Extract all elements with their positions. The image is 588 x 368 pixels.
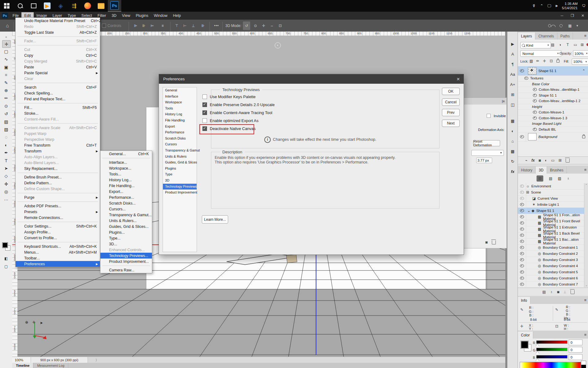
menu-item-clear[interactable]: Clear: [16, 76, 100, 82]
visibility-toggle[interactable]: [518, 183, 526, 189]
tab-color[interactable]: Color: [518, 332, 533, 339]
3d-lights-filter-icon[interactable]: ♁: [567, 176, 570, 181]
delete-3d-icon[interactable]: [571, 290, 575, 294]
menu-item-sky-replacement[interactable]: Sky Replacement...: [16, 166, 100, 171]
layer-row[interactable]: Textures: [518, 75, 588, 82]
move-tool[interactable]: ✛: [2, 40, 11, 48]
visibility-toggle[interactable]: [518, 238, 526, 244]
3d-pan-icon[interactable]: ✛: [260, 20, 267, 32]
tab-info[interactable]: Info: [518, 297, 530, 304]
visibility-toggle[interactable]: [518, 281, 526, 287]
render-3d-icon[interactable]: ◙: [557, 290, 559, 294]
checkbox-box[interactable]: [202, 118, 207, 123]
panel-menu-icon[interactable]: ≡: [584, 332, 586, 337]
type-tool[interactable]: T: [2, 157, 10, 164]
visibility-toggle[interactable]: [518, 109, 539, 115]
3d-row[interactable]: ◎Boundary Constraint 1: [518, 244, 588, 251]
visibility-toggle[interactable]: [518, 232, 526, 238]
prefs-sidebar-units-rulers[interactable]: Units & Rulers: [163, 154, 197, 160]
prefs-sidebar-cursors[interactable]: Cursors: [163, 141, 197, 148]
visibility-toggle[interactable]: [518, 269, 526, 275]
menu-item-fill[interactable]: Fill...Shift+F5: [16, 105, 100, 110]
visibility-toggle[interactable]: [518, 132, 526, 141]
white-swatch[interactable]: [581, 361, 586, 365]
menu-item-technology-previews[interactable]: Technology Previews...: [100, 253, 152, 259]
visibility-toggle[interactable]: [518, 257, 526, 263]
menu-help[interactable]: Help: [170, 12, 184, 19]
ok-button[interactable]: OK: [442, 88, 460, 95]
expand-icon[interactable]: ⌄: [527, 209, 530, 213]
rotate-view-panel-icon[interactable]: ↻: [507, 158, 518, 165]
controls-checkbox-box[interactable]: [102, 24, 106, 28]
align-top-icon[interactable]: ⊤: [173, 20, 180, 32]
learn-more-button[interactable]: Learn More...: [202, 215, 228, 224]
align-left-icon[interactable]: ⊫: [132, 20, 139, 32]
menu-item-perspective-warp[interactable]: Perspective Warp: [16, 136, 100, 142]
tab-brushes[interactable]: Brushes: [547, 167, 567, 174]
layer-row[interactable]: Shape 51 1: [518, 93, 588, 99]
3d-scene-filter-icon[interactable]: ⊟: [537, 175, 543, 182]
visibility-toggle[interactable]: [518, 208, 526, 214]
adjustments-panel-icon[interactable]: ▦: [507, 117, 518, 125]
menu-item-file-handling[interactable]: File Handling...: [100, 183, 152, 189]
3d-roll-icon[interactable]: ⊙: [252, 20, 259, 32]
3d-row[interactable]: ▩Shape 51 1 Bac...ation Material: [518, 238, 588, 245]
display-icon[interactable]: 🖵︎: [548, 4, 551, 8]
g-slider-handle[interactable]: [536, 351, 539, 354]
fill-field[interactable]: 100%▼: [572, 59, 588, 65]
close-button[interactable]: ✕: [578, 12, 588, 20]
reset-deformation-button[interactable]: Reset Deformation: [473, 140, 500, 146]
b-slider-handle[interactable]: [536, 358, 539, 361]
menu-item-keyboard-shortcuts[interactable]: Keyboard Shortcuts...Alt+Shift+Ctrl+K: [16, 243, 100, 249]
checkbox-box[interactable]: [202, 94, 207, 99]
menu-item-interface[interactable]: Interface...: [100, 159, 152, 165]
3d-row[interactable]: ◎Boundary Constraint 3: [518, 257, 588, 263]
edit-toolbar[interactable]: ···: [2, 196, 10, 203]
3d-viewer-icon[interactable]: ⇶: [67, 0, 81, 12]
prefs-sidebar-plugins[interactable]: Plugins: [163, 166, 197, 172]
3d-row[interactable]: ◪Current View: [518, 195, 588, 202]
screen-mode-icon[interactable]: ▢: [2, 263, 10, 270]
task-view-icon[interactable]: [27, 0, 40, 12]
panel-menu-icon[interactable]: |≡: [502, 99, 505, 103]
bottom-tab-timeline[interactable]: Timeline: [12, 363, 33, 368]
lock-position-icon[interactable]: ✛: [543, 59, 546, 63]
layer-row[interactable]: Cotton-Weav...dientMap-1: [518, 87, 588, 93]
menu-item-units-rulers[interactable]: Units & Rulers...: [100, 218, 152, 224]
visibility-toggle[interactable]: [518, 214, 526, 220]
eyedropper-tool[interactable]: ✎: [2, 79, 10, 86]
tray-chevron-icon[interactable]: ⌃: [540, 4, 543, 8]
align-center-icon[interactable]: ⊪: [141, 20, 147, 32]
menu-item-undo-replace-material-from-preset[interactable]: Undo Replace Material From PresetCtrl+Z: [16, 18, 100, 24]
file-explorer-icon[interactable]: [94, 0, 108, 12]
share-user-icon[interactable]: [548, 20, 556, 32]
clone-source-panel-icon[interactable]: ⊞: [507, 91, 518, 98]
visibility-toggle[interactable]: [518, 263, 526, 269]
menu-item-toolbar[interactable]: Toolbar...: [16, 255, 100, 261]
more-options-icon[interactable]: •••: [213, 20, 221, 32]
menu-item-guides-grid-slices[interactable]: Guides, Grid & Slices...: [100, 224, 152, 229]
visibility-toggle[interactable]: [518, 115, 539, 121]
libraries-panel-icon[interactable]: ⌂: [507, 137, 518, 145]
prefs-sidebar-interface[interactable]: Interface: [163, 94, 197, 100]
visibility-toggle[interactable]: [518, 244, 526, 251]
hand-tool[interactable]: ✜: [2, 180, 10, 187]
menu-item-transform[interactable]: Transform▶: [16, 148, 100, 154]
color-spectrum-bar[interactable]: [520, 362, 581, 368]
menu-item-menus[interactable]: Menus...Alt+Shift+Ctrl+M: [16, 249, 100, 255]
filter-type-layers-icon[interactable]: T: [567, 43, 569, 47]
panel-menu-icon[interactable]: ≡: [584, 167, 586, 172]
3d-axis-widget[interactable]: [33, 323, 47, 339]
minimize-button[interactable]: ─: [557, 12, 567, 20]
timeline-panel-icon[interactable]: ◫: [507, 101, 518, 108]
menu-item-workspace[interactable]: Workspace...: [100, 165, 152, 171]
align-middle-icon[interactable]: ⊢: [182, 20, 188, 32]
visibility-toggle[interactable]: [518, 75, 530, 81]
new-layer-icon[interactable]: ⊞: [559, 158, 562, 163]
panel-menu-icon[interactable]: ≡: [584, 33, 586, 38]
deformation-dropdown[interactable]: ▼: [471, 150, 504, 156]
menu-item-fade[interactable]: Fade...Shift+Ctrl+F: [16, 38, 100, 44]
prefs-sidebar-export[interactable]: Export: [163, 124, 197, 130]
chevron-down-icon[interactable]: ▼: [575, 20, 580, 32]
menu-item-stroke[interactable]: Stroke...: [16, 110, 100, 116]
